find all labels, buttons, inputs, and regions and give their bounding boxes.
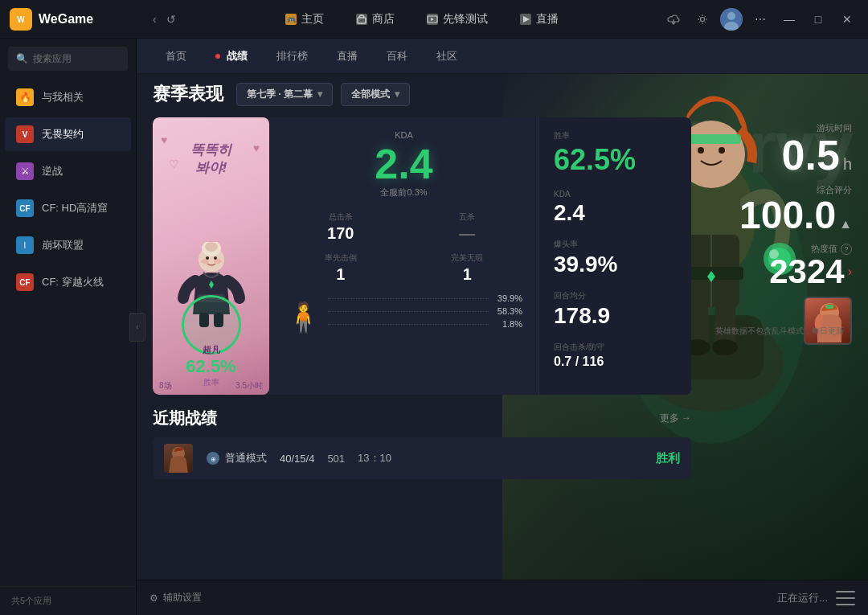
- win-rate-block: 胜率 62.5%: [554, 130, 677, 177]
- time-unit: h: [843, 155, 852, 174]
- sidebar-item-valorant[interactable]: V 无畏契约: [5, 117, 131, 151]
- bar-row-mid: 58.3%: [328, 306, 522, 316]
- title-nav-live[interactable]: 直播: [506, 7, 573, 31]
- bar-dots-bot: [328, 324, 489, 325]
- sub-nav-stats-label: 战绩: [227, 50, 248, 62]
- time-value-display: 0.5 h: [707, 134, 852, 176]
- sidebar-item-reverse-label: 逆战: [42, 164, 63, 178]
- 崩坏-icon: I: [16, 236, 34, 254]
- sub-nav-live-label: 直播: [337, 50, 358, 62]
- logo-area: W WeGame: [10, 8, 146, 31]
- heart-decoration-1: ♥: [161, 133, 167, 146]
- hero-thumbnail[interactable]: [804, 297, 852, 345]
- stats-grid: 总击杀 170 五杀 — 率先击倒 1 完美无瑕: [285, 211, 522, 284]
- svg-text:🎮: 🎮: [287, 15, 297, 25]
- sub-nav-home[interactable]: 首页: [153, 43, 199, 70]
- heart-decoration-2: ♥: [253, 141, 260, 154]
- char-win-rate-value: 62.5%: [153, 356, 269, 377]
- match-score: 501: [327, 453, 345, 465]
- title-nav-shop[interactable]: 商店: [342, 7, 409, 31]
- menu-line-1: [836, 591, 855, 592]
- maximize-button[interactable]: □: [807, 8, 829, 31]
- title-nav-pioneer[interactable]: 先锋测试: [412, 7, 502, 31]
- hamburger-menu-button[interactable]: [836, 591, 855, 605]
- score-value: 100.0: [739, 196, 836, 235]
- title-nav-shop-label: 商店: [372, 12, 395, 27]
- sub-nav-live[interactable]: 直播: [324, 43, 371, 70]
- svg-point-14: [727, 12, 735, 20]
- menu-line-3: [836, 604, 855, 605]
- match-hero-icon: [164, 444, 193, 473]
- sidebar-item-cf-cross[interactable]: CF CF: 穿越火线: [5, 265, 131, 299]
- settings-label: 辅助设置: [163, 591, 202, 605]
- heat-chevron-icon[interactable]: ›: [848, 264, 852, 279]
- sub-nav-rankings[interactable]: 排行榜: [264, 43, 321, 70]
- first-blood-stat: 率先击倒 1: [285, 252, 396, 284]
- figure-icon: 🧍: [285, 303, 321, 332]
- sidebar-collapse-button[interactable]: ‹: [129, 313, 145, 342]
- cloud-button[interactable]: [662, 8, 685, 31]
- sub-nav: 首页 战绩 排行榜 直播 百科 社区: [137, 39, 868, 74]
- kda-right-label: KDA: [554, 190, 677, 199]
- more-options-button[interactable]: ⋯: [749, 8, 772, 31]
- flawless-label: 完美无瑕: [412, 252, 523, 264]
- refresh-button[interactable]: ↺: [166, 13, 176, 26]
- sidebar-item-cf-cross-label: CF: 穿越火线: [42, 275, 104, 289]
- match-mode-label: 普通模式: [225, 451, 267, 465]
- sidebar-item-related-label: 与我相关: [42, 90, 84, 105]
- bar-row-bot: 1.8%: [328, 319, 522, 329]
- heat-value: 2324: [769, 255, 844, 289]
- match-time: 13：10: [358, 451, 391, 465]
- more-link[interactable]: 更多 →: [660, 412, 691, 425]
- season-select-dropdown[interactable]: 第七季 · 第二幕: [236, 83, 333, 106]
- figure-bars: 39.9% 58.3% 1.8%: [328, 293, 522, 332]
- sub-nav-stats[interactable]: 战绩: [203, 43, 260, 70]
- title-nav-home[interactable]: 🎮 主页: [271, 7, 338, 31]
- match-row[interactable]: ⊕ 普通模式 40/15/4 501 13：10 胜利: [153, 437, 691, 479]
- sidebar-item-related[interactable]: 🔥 与我相关: [5, 80, 131, 114]
- match-hero-inner: [164, 444, 193, 473]
- title-bar: W WeGame ‹ ↺ 🎮 主页 商店: [0, 0, 868, 39]
- season-selects: 第七季 · 第二幕 全部模式: [236, 83, 410, 106]
- round-kda-block: 回合击杀/防守 0.7 / 116: [554, 342, 677, 369]
- svg-rect-36: [825, 305, 833, 309]
- title-right: ⋯ — □ ✕: [662, 8, 858, 31]
- sub-nav-home-label: 首页: [166, 50, 186, 62]
- nav-arrows[interactable]: ‹ ↺: [153, 13, 176, 26]
- svg-point-24: [698, 147, 704, 154]
- sub-nav-community[interactable]: 社区: [424, 43, 470, 70]
- valorant-icon: V: [16, 125, 34, 143]
- penta-kills-stat: 五杀 —: [412, 211, 523, 243]
- season-section-title: 赛季表现: [153, 82, 223, 106]
- settings-area[interactable]: ⚙ 辅助设置: [149, 591, 202, 605]
- right-stats-panel: 游玩时间 0.5 h 综合评分 100.0 ▲ 热度值 ? 2324 ›: [707, 122, 852, 345]
- title-nav-pioneer-label: 先锋测试: [443, 12, 488, 27]
- settings-top-button[interactable]: [691, 8, 714, 31]
- back-button[interactable]: ‹: [153, 13, 157, 26]
- logo-icon: W: [10, 8, 32, 31]
- logo-text: WeGame: [39, 12, 93, 27]
- svg-text:⊕: ⊕: [211, 456, 216, 463]
- svg-point-43: [214, 259, 222, 264]
- round-score-label: 回合均分: [554, 290, 677, 301]
- sidebar-item-reverse[interactable]: ⚔ 逆战: [5, 154, 131, 188]
- sidebar-item-崩坏[interactable]: I 崩坏联盟: [5, 228, 131, 262]
- running-status: 正在运行...: [777, 591, 855, 605]
- svg-point-39: [205, 242, 218, 252]
- minimize-button[interactable]: —: [778, 8, 800, 31]
- live-icon: [520, 14, 531, 25]
- round-kda-value: 0.7 / 116: [554, 355, 677, 369]
- bar-row-top: 39.9%: [328, 293, 522, 303]
- flawless-value: 1: [412, 265, 523, 284]
- mode-select-dropdown[interactable]: 全部模式: [341, 83, 410, 106]
- sidebar-footer-text: 共5个应用: [11, 596, 51, 605]
- search-input[interactable]: [33, 53, 154, 64]
- flawless-stat: 完美无瑕 1: [412, 252, 523, 284]
- title-nav: 🎮 主页 商店 先锋测试 直播: [182, 7, 662, 31]
- user-avatar[interactable]: [720, 8, 743, 31]
- close-button[interactable]: ✕: [836, 8, 858, 31]
- home-icon: 🎮: [285, 14, 297, 25]
- kda-label: KDA: [285, 130, 522, 140]
- sidebar-item-cf-hd[interactable]: CF CF: HD高清窟: [5, 191, 131, 225]
- sub-nav-wiki[interactable]: 百科: [374, 43, 420, 70]
